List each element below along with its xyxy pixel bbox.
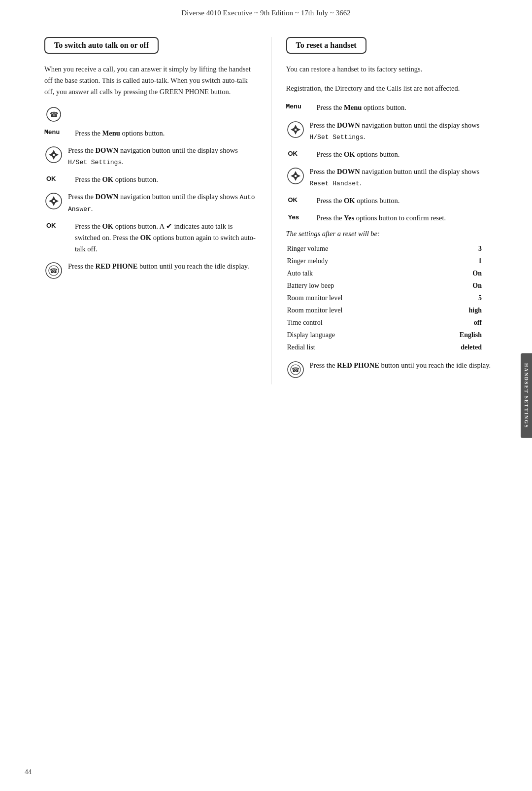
settings-row: Battery low beepOn (287, 280, 497, 291)
step-ok-1-left: OK Press the OK options button. (44, 174, 256, 185)
step-ok-1-right: OK Press the OK options button. (286, 149, 498, 160)
ok-text-2-left: Press the OK options button. A ✔ indicat… (75, 221, 256, 255)
yes-text-right: Press the Yes options button to confirm … (317, 212, 498, 224)
step-nav-autoanswer: Press the DOWN navigation button until t… (44, 191, 256, 215)
setting-label: Ringer volume (287, 243, 412, 254)
reset-note: The settings after a reset will be: (286, 230, 498, 238)
green-phone-icon: ☎ (44, 106, 63, 122)
step-red-phone-right: ☎ Press the RED PHONE button until you r… (286, 360, 498, 378)
right-intro-2: Registration, the Directory and the Call… (286, 83, 498, 94)
step-red-phone-left: ☎ Press the RED PHONE button until you r… (44, 261, 256, 279)
setting-value: 3 (413, 243, 497, 254)
red-phone-icon-left: ☎ (44, 261, 63, 279)
setting-value: On (413, 268, 497, 279)
svg-point-17 (288, 122, 303, 138)
menu-label-right: Menu (286, 102, 312, 110)
step-nav-hset-right: Press the DOWN navigation button until t… (286, 120, 498, 143)
yes-label-right: Yes (286, 212, 312, 221)
step-ok-2-left: OK Press the OK options button. A ✔ indi… (44, 221, 256, 255)
settings-row: Time controloff (287, 317, 497, 328)
setting-label: Battery low beep (287, 280, 412, 291)
setting-label: Room monitor level (287, 292, 412, 304)
setting-value: high (413, 305, 497, 316)
nav-icon-autoanswer (44, 191, 63, 210)
nav-text-hset-right: Press the DOWN navigation button until t… (310, 120, 498, 143)
setting-label: Auto talk (287, 268, 412, 279)
right-intro-1: You can restore a handset to its factory… (286, 64, 498, 75)
reset-settings-table: Ringer volume3Ringer melody1Auto talkOnB… (286, 242, 498, 354)
settings-row: Room monitor levelhigh (287, 305, 497, 316)
svg-point-8 (46, 193, 62, 209)
left-column: To switch auto talk on or off When you r… (34, 37, 271, 384)
step-nav-reset: Press the DOWN navigation button until t… (286, 166, 498, 189)
step-yes-right: Yes Press the Yes options button to conf… (286, 212, 498, 224)
settings-row: Ringer melody1 (287, 255, 497, 267)
setting-value: 1 (413, 255, 497, 267)
svg-text:☎: ☎ (292, 366, 299, 374)
settings-row: Ringer volume3 (287, 243, 497, 254)
svg-text:☎: ☎ (50, 267, 58, 275)
step-menu-right: Menu Press the Menu options button. (286, 102, 498, 113)
ok-label-1-left: OK (44, 174, 70, 182)
settings-row: Display languageEnglish (287, 329, 497, 341)
menu-text-right: Press the Menu options button. (317, 102, 498, 113)
svg-point-23 (288, 168, 303, 184)
page-header: Diverse 4010 Executive ~ 9th Edition ~ 1… (0, 0, 532, 22)
ok-label-1-right: OK (286, 149, 312, 157)
header-title: Diverse 4010 Executive ~ 9th Edition ~ 1… (181, 9, 350, 17)
red-phone-icon-right: ☎ (286, 360, 305, 378)
page-number: 44 (25, 768, 32, 776)
setting-label: Time control (287, 317, 412, 328)
left-intro: When you receive a call, you can answer … (44, 64, 256, 98)
step-ok-2-right: OK Press the OK options button. (286, 195, 498, 206)
ok-label-2-left: OK (44, 221, 70, 229)
ok-label-2-right: OK (286, 195, 312, 204)
nav-icon-reset (286, 166, 305, 185)
settings-row: Auto talkOn (287, 268, 497, 279)
settings-rows: Ringer volume3Ringer melody1Auto talkOnB… (287, 243, 497, 353)
nav-text-hset: Press the DOWN navigation button until t… (68, 145, 256, 168)
setting-value: 5 (413, 292, 497, 304)
red-phone-text-left: Press the RED PHONE button until you rea… (68, 261, 256, 272)
ok-text-2-right: Press the OK options button. (317, 195, 498, 206)
red-phone-text-right: Press the RED PHONE button until you rea… (310, 360, 498, 371)
setting-label: Room monitor level (287, 305, 412, 316)
right-section-title: To reset a handset (286, 37, 366, 54)
setting-label: Ringer melody (287, 255, 412, 267)
nav-icon-hset (44, 145, 63, 164)
side-tab-label: HANDSET SETTINGS (521, 353, 532, 438)
setting-value: off (413, 317, 497, 328)
settings-row: Redial listdeleted (287, 342, 497, 353)
setting-value: deleted (413, 342, 497, 353)
setting-label: Display language (287, 329, 412, 341)
right-column: To reset a handset You can restore a han… (271, 37, 508, 384)
left-section-title: To switch auto talk on or off (44, 37, 159, 54)
nav-text-reset: Press the DOWN navigation button until t… (310, 166, 498, 189)
ok-text-1-left: Press the OK options button. (75, 174, 256, 185)
step-nav-hset: Press the DOWN navigation button until t… (44, 145, 256, 168)
main-content: To switch auto talk on or off When you r… (34, 37, 507, 384)
settings-row: Room monitor level5 (287, 292, 497, 304)
setting-label: Redial list (287, 342, 412, 353)
svg-text:☎: ☎ (50, 111, 58, 118)
step-menu-left: Menu Press the Menu options button. (44, 128, 256, 139)
setting-value: English (413, 329, 497, 341)
step-green-phone-icon: ☎ (44, 106, 256, 122)
menu-label-left: Menu (44, 128, 70, 136)
menu-text-left: Press the Menu options button. (75, 128, 256, 139)
setting-value: On (413, 280, 497, 291)
nav-text-autoanswer: Press the DOWN navigation button until t… (68, 191, 256, 215)
ok-text-1-right: Press the OK options button. (317, 149, 498, 160)
nav-icon-hset-right (286, 120, 305, 138)
svg-point-2 (46, 147, 62, 163)
